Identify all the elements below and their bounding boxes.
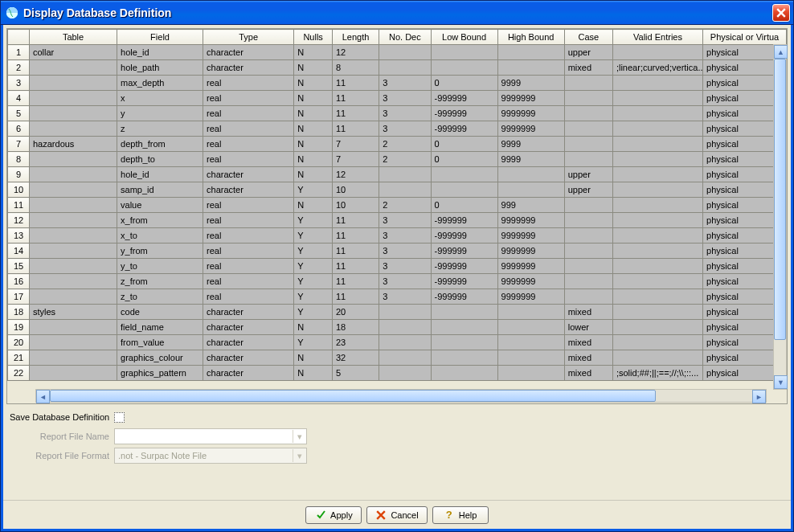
cell-dec[interactable]: 3 xyxy=(379,213,431,228)
cell-low[interactable]: 0 xyxy=(431,137,497,152)
cell-type[interactable]: real xyxy=(203,243,294,259)
cell-length[interactable]: 11 xyxy=(332,259,379,274)
cell-table[interactable] xyxy=(30,76,117,91)
cell-type[interactable]: character xyxy=(203,305,294,320)
cell-valid[interactable] xyxy=(612,335,702,350)
cell-high[interactable]: 9999 xyxy=(497,152,564,167)
cell-case[interactable] xyxy=(564,289,612,305)
cell-dec[interactable]: 2 xyxy=(379,137,431,152)
cell-nulls[interactable]: N xyxy=(294,137,333,152)
cell-dec[interactable]: 3 xyxy=(379,289,431,305)
cell-high[interactable]: 9999999 xyxy=(497,106,564,121)
cell-field[interactable]: depth_to xyxy=(117,152,203,167)
cell-type[interactable]: character xyxy=(203,60,294,76)
cell-dec[interactable]: 2 xyxy=(379,198,431,213)
cell-length[interactable]: 11 xyxy=(332,121,379,137)
cell-valid[interactable]: ;linear;curved;vertica... xyxy=(612,60,702,76)
cell-nulls[interactable]: N xyxy=(294,45,333,60)
cell-valid[interactable] xyxy=(612,228,702,243)
chevron-down-icon[interactable]: ▾ xyxy=(293,430,305,443)
vscroll-thumb[interactable] xyxy=(774,59,786,340)
cell-nulls[interactable]: Y xyxy=(294,228,333,243)
cell-low[interactable]: -999999 xyxy=(431,228,497,243)
cell-nulls[interactable]: N xyxy=(294,76,333,91)
cell-low[interactable] xyxy=(431,60,497,76)
cell-case[interactable] xyxy=(564,91,612,106)
scroll-down-icon[interactable]: ▼ xyxy=(774,375,788,389)
cell-nulls[interactable]: N xyxy=(294,121,333,137)
table-row[interactable]: 17z_torealY113-9999999999999physical xyxy=(8,289,787,305)
cell-type[interactable]: real xyxy=(203,137,294,152)
cell-field[interactable]: code xyxy=(117,305,203,320)
cell-valid[interactable] xyxy=(612,320,702,335)
cell-field[interactable]: value xyxy=(117,198,203,213)
cell-case[interactable]: upper xyxy=(564,182,612,198)
row-number[interactable]: 3 xyxy=(8,76,30,91)
table-row[interactable]: 14y_fromrealY113-9999999999999physical xyxy=(8,243,787,259)
cancel-button[interactable]: Cancel xyxy=(366,506,427,524)
cell-case[interactable] xyxy=(564,76,612,91)
close-button[interactable] xyxy=(772,4,790,22)
cell-low[interactable] xyxy=(431,335,497,350)
cell-table[interactable] xyxy=(30,213,117,228)
cell-field[interactable]: x_to xyxy=(117,228,203,243)
column-header[interactable]: Valid Entries xyxy=(612,30,702,45)
table-row[interactable]: 6zrealN113-9999999999999physical xyxy=(8,121,787,137)
row-number[interactable]: 4 xyxy=(8,91,30,106)
cell-valid[interactable] xyxy=(612,350,702,366)
table-row[interactable]: 2hole_pathcharacterN8mixed;linear;curved… xyxy=(8,60,787,76)
cell-valid[interactable] xyxy=(612,137,702,152)
cell-field[interactable]: from_value xyxy=(117,335,203,350)
cell-low[interactable] xyxy=(431,305,497,320)
cell-dec[interactable]: 2 xyxy=(379,152,431,167)
vertical-scrollbar[interactable]: ▲ ▼ xyxy=(773,44,787,390)
cell-valid[interactable] xyxy=(612,121,702,137)
row-number[interactable]: 10 xyxy=(8,182,30,198)
cell-dec[interactable]: 3 xyxy=(379,228,431,243)
table-row[interactable]: 12x_fromrealY113-9999999999999physical xyxy=(8,213,787,228)
cell-nulls[interactable]: N xyxy=(294,366,333,381)
table-row[interactable]: 15y_torealY113-9999999999999physical xyxy=(8,259,787,274)
table-row[interactable]: 1collarhole_idcharacterN12upperphysical xyxy=(8,45,787,60)
cell-nulls[interactable]: Y xyxy=(294,243,333,259)
column-header[interactable]: Type xyxy=(203,30,294,45)
save-definition-checkbox[interactable] xyxy=(114,412,125,423)
cell-low[interactable]: -999999 xyxy=(431,243,497,259)
cell-field[interactable]: hole_path xyxy=(117,60,203,76)
column-header[interactable]: Nulls xyxy=(294,30,333,45)
row-number[interactable]: 14 xyxy=(8,243,30,259)
cell-table[interactable] xyxy=(30,91,117,106)
cell-case[interactable] xyxy=(564,137,612,152)
cell-table[interactable] xyxy=(30,350,117,366)
cell-dec[interactable] xyxy=(379,45,431,60)
column-header[interactable]: Physical or Virtua xyxy=(703,30,787,45)
row-number[interactable]: 9 xyxy=(8,167,30,182)
row-number[interactable]: 13 xyxy=(8,228,30,243)
table-row[interactable]: 22graphics_patterncharacterN5mixed;solid… xyxy=(8,366,787,381)
column-header[interactable]: Field xyxy=(117,30,203,45)
cell-table[interactable] xyxy=(30,152,117,167)
cell-case[interactable] xyxy=(564,243,612,259)
column-header[interactable]: Length xyxy=(332,30,379,45)
cell-low[interactable] xyxy=(431,350,497,366)
cell-high[interactable] xyxy=(497,320,564,335)
row-number[interactable]: 1 xyxy=(8,45,30,60)
cell-table[interactable] xyxy=(30,289,117,305)
cell-case[interactable]: mixed xyxy=(564,366,612,381)
cell-case[interactable]: mixed xyxy=(564,60,612,76)
cell-case[interactable] xyxy=(564,121,612,137)
cell-table[interactable] xyxy=(30,259,117,274)
cell-nulls[interactable]: Y xyxy=(294,274,333,289)
scroll-left-icon[interactable]: ◄ xyxy=(36,390,50,403)
cell-high[interactable] xyxy=(497,182,564,198)
cell-type[interactable]: character xyxy=(203,335,294,350)
cell-type[interactable]: real xyxy=(203,76,294,91)
cell-field[interactable]: y_from xyxy=(117,243,203,259)
cell-field[interactable]: max_depth xyxy=(117,76,203,91)
cell-valid[interactable] xyxy=(612,259,702,274)
cell-high[interactable] xyxy=(497,305,564,320)
cell-nulls[interactable]: Y xyxy=(294,289,333,305)
cell-low[interactable]: -999999 xyxy=(431,289,497,305)
cell-dec[interactable]: 3 xyxy=(379,91,431,106)
row-number[interactable]: 16 xyxy=(8,274,30,289)
